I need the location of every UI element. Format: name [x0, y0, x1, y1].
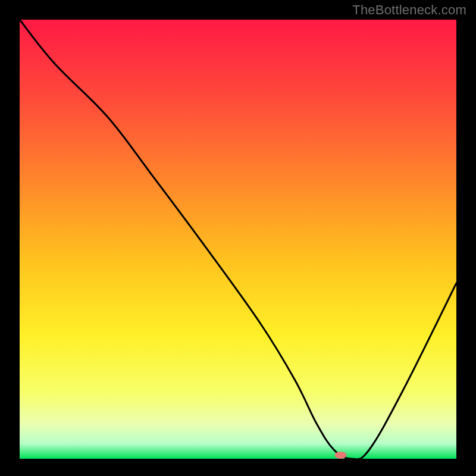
bottleneck-chart [0, 0, 476, 476]
chart-frame: TheBottleneck.com [0, 0, 476, 476]
plot-background [20, 20, 456, 459]
watermark-text: TheBottleneck.com [352, 2, 466, 18]
optimal-marker [334, 452, 346, 459]
